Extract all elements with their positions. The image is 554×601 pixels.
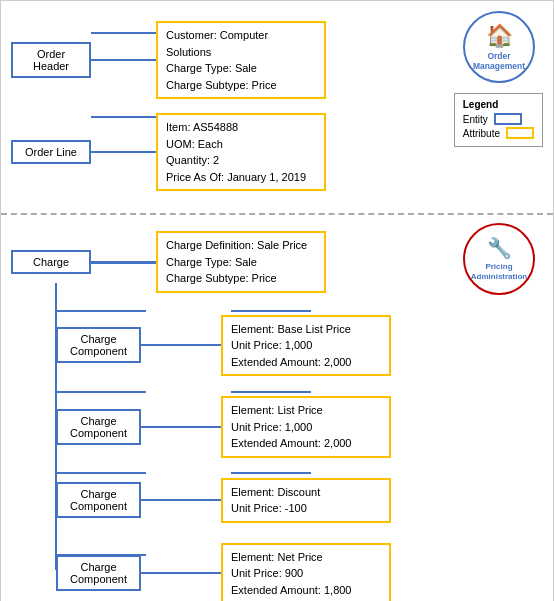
- charge-main-row: Charge Charge Definition: Sale Price Cha…: [11, 231, 553, 293]
- legend-attr: Attribute: [463, 127, 534, 139]
- order-header-attr-0: Customer: Computer Solutions: [166, 27, 316, 60]
- comp2-attr-1: Unit Price: -100: [231, 500, 381, 517]
- order-line-label: Order Line: [25, 146, 77, 158]
- comp1-attr-2: Extended Amount: 2,000: [231, 435, 381, 452]
- comp1-attr-1: Unit Price: 1,000: [231, 419, 381, 436]
- component-label-2: Charge Component: [70, 488, 127, 512]
- order-header-label: Order Header: [33, 48, 69, 72]
- comp0-attr-2: Extended Amount: 2,000: [231, 354, 381, 371]
- comp1-hline: [141, 426, 221, 428]
- comp3-attr-0: Element: Net Price: [231, 549, 381, 566]
- component-row-2: Charge Component Element: Discount Unit …: [11, 478, 553, 523]
- order-line-attr-3: Price As Of: January 1, 2019: [166, 169, 316, 186]
- comp3-attr-2: Extended Amount: 1,800: [231, 582, 381, 599]
- comp0-attr-1: Unit Price: 1,000: [231, 337, 381, 354]
- component-entity-1: Charge Component: [56, 409, 141, 445]
- component-entity-3: Charge Component: [56, 555, 141, 591]
- comp0-attr-0: Element: Base List Price: [231, 321, 381, 338]
- charge-attr-1: Charge Type: Sale: [166, 254, 316, 271]
- top-section: Order Header Customer: Computer Solution…: [1, 1, 553, 215]
- component-label-0: Charge Component: [70, 333, 127, 357]
- component-row-3: Charge Component Element: Net Price Unit…: [11, 543, 553, 602]
- component-row-1: Charge Component Element: List Price Uni…: [11, 396, 553, 458]
- charge-hline: [91, 261, 156, 263]
- diagram: Order Header Customer: Computer Solution…: [0, 0, 554, 601]
- order-line-attr-1: UOM: Each: [166, 136, 316, 153]
- order-line-hline: [91, 151, 156, 153]
- circle-icon-om: 🏠: [486, 23, 513, 49]
- charge-attr-0: Charge Definition: Sale Price: [166, 237, 316, 254]
- legend-attr-label: Attribute: [463, 128, 500, 139]
- legend-entity-swatch: [494, 113, 522, 125]
- order-header-attr-2: Charge Subtype: Price: [166, 77, 316, 94]
- comp1-attr-0: Element: List Price: [231, 402, 381, 419]
- component-entity-0: Charge Component: [56, 327, 141, 363]
- legend-title: Legend: [463, 99, 534, 110]
- order-header-attrs: Customer: Computer Solutions Charge Type…: [156, 21, 326, 99]
- order-header-entity: Order Header: [11, 42, 91, 78]
- bottom-section: Charge Charge Definition: Sale Price Cha…: [1, 215, 553, 601]
- comp3-hline: [141, 572, 221, 574]
- order-management-circle: 🏠 OrderManagement: [463, 11, 535, 83]
- order-line-attr-2: Quantity: 2: [166, 152, 316, 169]
- charge-entity: Charge: [11, 250, 91, 274]
- comp0-hline: [141, 344, 221, 346]
- legend-entity: Entity: [463, 113, 534, 125]
- component-entity-2: Charge Component: [56, 482, 141, 518]
- component-label-1: Charge Component: [70, 415, 127, 439]
- order-line-attr-0: Item: AS54888: [166, 119, 316, 136]
- order-header-attr-1: Charge Type: Sale: [166, 60, 316, 77]
- circle-title-om: OrderManagement: [473, 51, 525, 71]
- component-attrs-0: Element: Base List Price Unit Price: 1,0…: [221, 315, 391, 377]
- comp2-attr-0: Element: Discount: [231, 484, 381, 501]
- component-row-0: Charge Component Element: Base List Pric…: [11, 315, 553, 377]
- legend-box: Legend Entity Attribute: [454, 93, 543, 147]
- comp3-attr-1: Unit Price: 900: [231, 565, 381, 582]
- component-attrs-2: Element: Discount Unit Price: -100: [221, 478, 391, 523]
- component-attrs-1: Element: List Price Unit Price: 1,000 Ex…: [221, 396, 391, 458]
- order-line-entity: Order Line: [11, 140, 91, 164]
- charge-attr-2: Charge Subtype: Price: [166, 270, 316, 287]
- component-attrs-3: Element: Net Price Unit Price: 900 Exten…: [221, 543, 391, 602]
- component-label-3: Charge Component: [70, 561, 127, 585]
- charge-attrs: Charge Definition: Sale Price Charge Typ…: [156, 231, 326, 293]
- legend-attr-swatch: [506, 127, 534, 139]
- charge-label: Charge: [33, 256, 69, 268]
- legend-entity-label: Entity: [463, 114, 488, 125]
- order-line-attrs: Item: AS54888 UOM: Each Quantity: 2 Pric…: [156, 113, 326, 191]
- comp2-hline: [141, 499, 221, 501]
- order-header-hline: [91, 59, 156, 61]
